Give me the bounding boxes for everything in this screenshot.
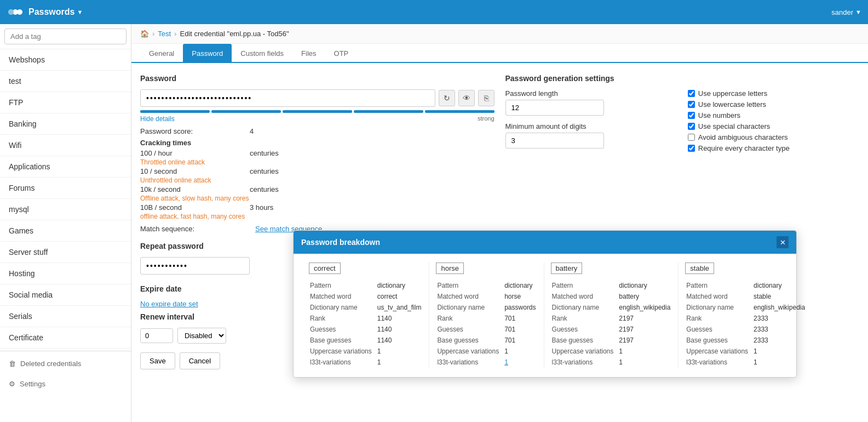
checkbox-special-input[interactable] (688, 123, 695, 130)
checkbox-ambiguous-label: Avoid ambiguous characters (698, 133, 788, 141)
table-row: l33t-variations1 (310, 357, 421, 367)
breakdown-word-horse: horse (436, 263, 464, 274)
breadcrumb-current: Edit credential "eml.pp.ua - Tod56" (180, 30, 289, 38)
password-input[interactable] (140, 89, 435, 107)
checkbox-ambiguous: Avoid ambiguous characters (688, 133, 859, 141)
breakdown-col-battery: battery Patterndictionary Matched wordba… (544, 263, 679, 368)
checkbox-lowercase-input[interactable] (688, 101, 695, 108)
sidebar-item-mysql[interactable]: mysql (0, 199, 131, 220)
sidebar-item-banking[interactable]: Banking (0, 113, 131, 135)
renew-interval-input[interactable] (140, 328, 173, 343)
sidebar-item-hosting[interactable]: Hosting (0, 263, 131, 284)
table-row: Matched wordcorrect (310, 292, 421, 301)
sidebar-item-serials[interactable]: Serials (0, 306, 131, 327)
min-digits-input[interactable] (505, 133, 604, 149)
tab-password[interactable]: Password (183, 44, 232, 63)
table-row: l33t-variations1 (686, 357, 805, 367)
match-seq-label: Match sequence: (140, 225, 250, 233)
breakdown-body: correct Patterndictionary Matched wordco… (294, 254, 796, 377)
checkbox-uppercase-input[interactable] (688, 90, 695, 97)
breakdown-word-battery: battery (551, 263, 583, 274)
tag-search-input[interactable] (4, 28, 127, 44)
table-row: Patterndictionary (310, 281, 421, 290)
table-row: Uppercase variations1 (686, 346, 805, 356)
horse-l33t-link[interactable]: 1 (504, 358, 508, 366)
strength-label-row: Hide details strong (140, 115, 495, 123)
copy-password-btn[interactable]: ⎘ (478, 90, 495, 106)
sidebar-item-server-stuff[interactable]: Server stuff (0, 242, 131, 263)
breakdown-word-correct: correct (309, 263, 341, 274)
table-row: Base guesses2333 (686, 335, 805, 345)
min-digits-label: Minimum amount of digits (505, 122, 677, 130)
checkbox-special: Use special characters (688, 122, 859, 130)
sidebar-item-forums[interactable]: Forums (0, 178, 131, 199)
dropdown-icon[interactable]: ▼ (77, 9, 83, 15)
strength-seg-1 (140, 110, 210, 113)
table-row: Rank701 (437, 313, 536, 323)
breadcrumb-home[interactable]: 🏠 (140, 30, 149, 38)
sidebar-item-deleted-credentials[interactable]: 🗑 Deleted credentials (0, 353, 131, 374)
sidebar-item-webshops[interactable]: Webshops (0, 49, 131, 71)
breakdown-word-stable: stable (685, 263, 714, 274)
table-row: Patterndictionary (686, 281, 805, 290)
renew-interval-select[interactable]: Disabled (177, 328, 226, 344)
strength-seg-3 (283, 110, 352, 113)
breadcrumb: 🏠 › Test › Edit credential "eml.pp.ua - … (131, 24, 868, 44)
attack-1-value: centuries (250, 167, 279, 175)
attack-2-value: centuries (250, 185, 279, 193)
checkbox-numbers-label: Use numbers (698, 111, 740, 119)
tab-custom-fields[interactable]: Custom fields (232, 44, 292, 63)
main-content: 🏠 › Test › Edit credential "eml.pp.ua - … (131, 24, 868, 422)
tabs: General Password Custom fields Files OTP (131, 44, 868, 63)
breakdown-panel: Password breakdown ✕ correct Patterndict… (293, 230, 797, 378)
table-row: Base guesses701 (437, 335, 536, 345)
table-row: Dictionary nameus_tv_and_film (310, 303, 421, 312)
breadcrumb-folder[interactable]: Test (158, 30, 171, 38)
table-row: Guesses2333 (686, 324, 805, 334)
repeat-password-input[interactable] (140, 257, 250, 275)
toggle-visibility-btn[interactable]: 👁 (458, 90, 475, 106)
gen-col-left: Password length Minimum amount of digits (505, 89, 677, 155)
table-row: Rank1140 (310, 313, 421, 323)
attack-1: 10 / second centuries Unthrottled online… (140, 167, 495, 184)
cancel-button[interactable]: Cancel (180, 352, 220, 369)
refresh-password-btn[interactable]: ↻ (439, 90, 455, 106)
user-menu[interactable]: sander ▼ (831, 8, 861, 16)
tab-otp[interactable]: OTP (325, 44, 358, 63)
table-row: Matched wordhorse (437, 292, 536, 301)
save-button[interactable]: Save (140, 352, 175, 369)
tab-files[interactable]: Files (292, 44, 325, 63)
gen-settings-title: Password generation settings (505, 74, 860, 83)
table-row: Dictionary namepasswords (437, 303, 536, 312)
sidebar-item-test[interactable]: test (0, 71, 131, 92)
attack-0: 100 / hour centuries Throttled online at… (140, 149, 495, 166)
breadcrumb-sep-1: › (152, 30, 154, 38)
sidebar: Webshops test FTP Banking Wifi Applicati… (0, 24, 131, 422)
table-row: Uppercase variations1 (552, 346, 671, 356)
tab-general[interactable]: General (140, 44, 183, 63)
sidebar-item-ftp[interactable]: FTP (0, 92, 131, 113)
sidebar-item-settings[interactable]: ⚙ Settings (0, 374, 131, 394)
sidebar-item-wifi[interactable]: Wifi (0, 135, 131, 156)
table-row: Matched wordstable (686, 292, 805, 301)
gen-settings-row: Password length Minimum amount of digits… (505, 89, 860, 155)
password-field-row: ↻ 👁 ⎘ (140, 89, 495, 107)
sidebar-item-certificate[interactable]: Certificate (0, 327, 131, 349)
sidebar-item-social-media[interactable]: Social media (0, 284, 131, 306)
sidebar-item-applications[interactable]: Applications (0, 156, 131, 178)
checkbox-require-all-label: Require every character type (698, 144, 790, 152)
expire-date-link[interactable]: No expire date set (140, 300, 198, 308)
app-name: Passwords ▼ (28, 7, 83, 17)
svg-point-2 (17, 9, 22, 15)
app-logo[interactable]: Passwords ▼ (7, 3, 83, 21)
checkbox-numbers-input[interactable] (688, 112, 695, 119)
checkbox-ambiguous-input[interactable] (688, 134, 695, 141)
table-row: Rank2197 (552, 313, 671, 323)
checkbox-require-all-input[interactable] (688, 145, 695, 152)
toggle-details-link[interactable]: Hide details (140, 115, 175, 123)
breakdown-table-stable: Patterndictionary Matched wordstable Dic… (685, 280, 806, 368)
length-input[interactable] (505, 100, 604, 116)
attack-2-rate: 10k / second (140, 185, 250, 193)
breakdown-close-button[interactable]: ✕ (777, 236, 789, 248)
sidebar-item-games[interactable]: Games (0, 220, 131, 242)
